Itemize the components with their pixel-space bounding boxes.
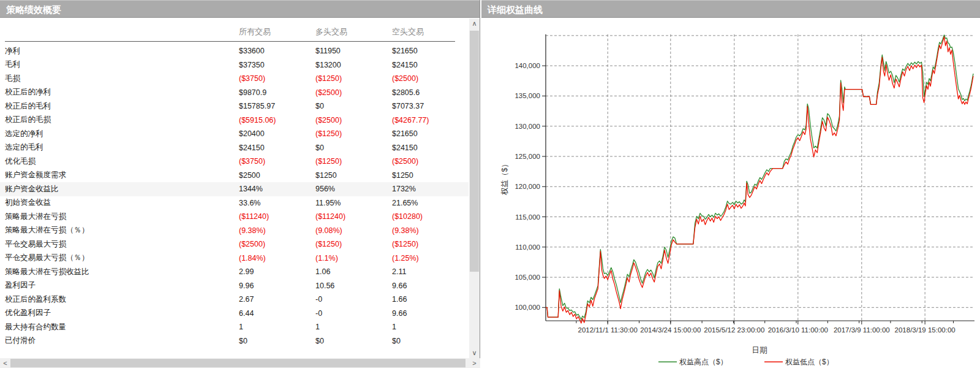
table-row[interactable]: 校正后的净利$9870.9($2500)$2805.6: [0, 86, 469, 100]
table-row[interactable]: 毛利$37350$13200$24150: [0, 58, 469, 72]
x-tick-label: 2015/5/12 23:00:00: [704, 326, 764, 334]
metric-value: $1250: [392, 171, 469, 180]
scroll-left-icon[interactable]: <: [0, 358, 10, 368]
table-row[interactable]: 策略最大潜在亏损($11240)($11240)($10280): [0, 210, 469, 224]
metric-value: $21650: [392, 47, 469, 55]
metric-value: (1.1%): [315, 254, 392, 263]
y-axis-title: 权益（$）: [500, 160, 509, 196]
metric-value: -0: [315, 309, 392, 318]
metric-value: ($1250): [315, 74, 392, 83]
metric-value: $0: [315, 144, 392, 152]
metric-value: $0: [315, 337, 392, 345]
metric-label: 策略最大潜在亏损收益比: [5, 267, 239, 277]
metric-label: 选定的净利: [5, 129, 239, 139]
metric-value: 6.44: [239, 309, 315, 318]
metric-value: $13200: [315, 61, 392, 69]
table-row[interactable]: 净利$33600$11950$21650: [0, 44, 469, 58]
metric-value: (9.38%): [392, 226, 469, 235]
metric-value: $37350: [239, 61, 315, 69]
table-row[interactable]: 初始资金收益33.6%11.95%21.65%: [0, 196, 469, 210]
metric-label: 初始资金收益: [5, 197, 239, 208]
metric-value: 21.65%: [392, 199, 469, 207]
metric-label: 盈利因子: [5, 280, 239, 291]
metric-label: 平仓交易最大亏损（％）: [5, 253, 239, 263]
metric-value: 10.56: [315, 282, 392, 290]
scroll-down-icon[interactable]: ∨: [469, 348, 480, 358]
metric-value: 1732%: [392, 185, 469, 193]
metric-value: $20400: [239, 129, 315, 138]
table-row[interactable]: 平仓交易最大亏损（％）(1.84%)(1.1%)(1.25%): [0, 251, 469, 266]
table-row[interactable]: 已付滑价$0$0$0: [0, 334, 469, 348]
header-divider: [5, 41, 455, 42]
metric-value: $11950: [315, 47, 392, 55]
metric-value: ($11240): [315, 212, 392, 221]
scroll-up-icon[interactable]: ∧: [469, 18, 480, 29]
y-tick-label: 105,000: [514, 274, 540, 281]
x-tick-label: 2012/11/1 11:30:00: [578, 326, 637, 334]
table-row[interactable]: 盈利因子9.9610.569.66: [0, 279, 469, 293]
horizontal-scrollbar-thumb[interactable]: [10, 359, 466, 367]
metric-value: $24150: [392, 144, 469, 152]
metric-value: ($2500): [315, 88, 392, 97]
metric-value: (1.84%): [239, 254, 315, 263]
metric-value: $7073.37: [392, 102, 469, 110]
metric-value: ($2500): [315, 116, 392, 125]
metric-label: 毛利: [5, 59, 239, 70]
metrics-header-row: 所有交易 多头交易 空头交易: [0, 25, 458, 39]
table-row[interactable]: 选定的净利$20400($1250)$21650: [0, 127, 469, 141]
metric-label: 校正后的毛损: [5, 115, 239, 125]
table-row[interactable]: 毛损($3750)($1250)($2500): [0, 72, 469, 86]
metric-value: $21650: [392, 129, 469, 138]
metric-value: (9.08%): [315, 226, 392, 235]
metrics-rows: 净利$33600$11950$21650毛利$37350$13200$24150…: [0, 44, 469, 348]
equity-curve-title: 详细权益曲线: [481, 0, 980, 18]
x-tick-label: 2017/3/9 11:00:00: [834, 326, 890, 334]
metric-value: 956%: [315, 185, 392, 193]
table-row[interactable]: 校正后的毛利$15785.97$0$7073.37: [0, 99, 469, 113]
metric-label: 最大持有合约数量: [5, 322, 239, 332]
table-row[interactable]: 校正后的毛损($5915.06)($2500)($4267.77): [0, 113, 469, 128]
y-tick-label: 120,000: [514, 183, 540, 190]
table-row[interactable]: 优化毛损($3750)($1250)($2500): [0, 155, 469, 169]
metric-value: 2.67: [239, 295, 315, 304]
horizontal-scrollbar[interactable]: < >: [0, 358, 480, 368]
y-tick-label: 110,000: [515, 243, 540, 251]
metric-label: 优化盈利因子: [5, 308, 239, 318]
metric-value: $9870.9: [239, 88, 315, 97]
metric-value: $24150: [392, 61, 469, 69]
metric-value: 2.11: [392, 267, 469, 276]
metric-label: 策略最大潜在亏损（％）: [5, 225, 239, 236]
metric-label: 账户资金额度需求: [5, 170, 239, 180]
metric-value: ($10280): [392, 212, 469, 221]
table-row[interactable]: 策略最大潜在亏损收益比2.991.062.11: [0, 265, 469, 279]
scroll-right-icon[interactable]: >: [469, 358, 480, 368]
vertical-scrollbar[interactable]: ∧ ∨: [469, 18, 480, 358]
table-row[interactable]: 账户资金额度需求$2500$1250$1250: [0, 169, 469, 183]
x-tick-label: 2016/3/10 11:00:00: [768, 326, 828, 334]
performance-summary-panel: 策略绩效概要 所有交易 多头交易 空头交易 净利$33600$11950$216…: [0, 0, 480, 368]
metric-value: 2.99: [239, 267, 315, 276]
metric-label: 已付滑价: [5, 335, 239, 346]
metric-value: 33.6%: [239, 199, 315, 207]
equity-low-line: [546, 37, 973, 323]
x-tick-label: 2018/3/19 15:00:00: [895, 326, 956, 334]
metric-value: -0: [315, 295, 392, 304]
table-row[interactable]: 选定的毛利$24150$0$24150: [0, 141, 469, 155]
metric-label: 校正后的净利: [5, 87, 239, 98]
y-tick-label: 135,000: [514, 92, 540, 99]
table-row[interactable]: 账户资金收益比1344%956%1732%: [0, 182, 469, 196]
metric-label: 平仓交易最大亏损: [5, 239, 239, 250]
metric-value: $24150: [239, 144, 315, 152]
performance-summary-title: 策略绩效概要: [0, 0, 480, 18]
metric-value: ($3750): [239, 157, 315, 166]
table-row[interactable]: 策略最大潜在亏损（％）(9.38%)(9.08%)(9.38%): [0, 224, 469, 238]
metric-value: 1: [315, 323, 392, 331]
table-row[interactable]: 校正后的盈利系数2.67-01.66: [0, 293, 469, 307]
table-row[interactable]: 优化盈利因子6.44-09.66: [0, 307, 469, 321]
metric-value: 9.66: [392, 282, 469, 290]
metric-value: 11.95%: [315, 199, 392, 207]
vertical-scrollbar-thumb[interactable]: [470, 31, 479, 272]
metric-value: 9.96: [239, 282, 315, 290]
table-row[interactable]: 平仓交易最大亏损($2500)($1250)($1250): [0, 237, 469, 251]
table-row[interactable]: 最大持有合约数量111: [0, 320, 469, 334]
